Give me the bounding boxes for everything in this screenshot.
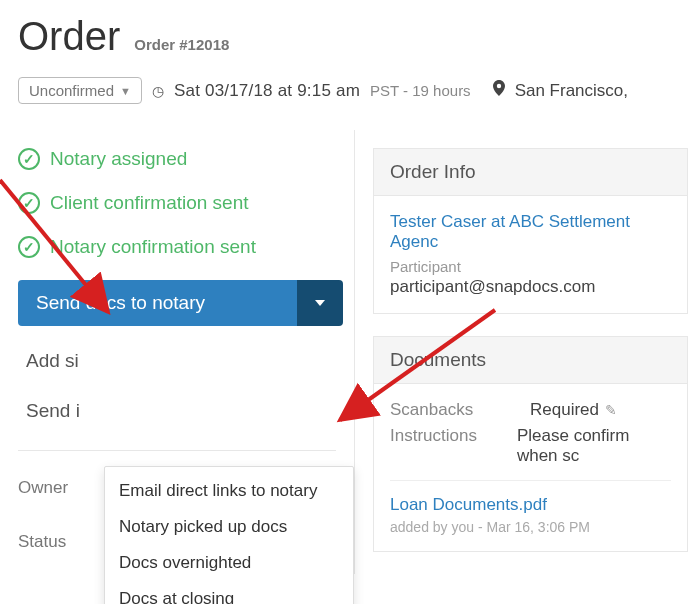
chevron-down-icon: [315, 300, 325, 306]
page-title: Order: [18, 14, 120, 59]
scanbacks-value: Required: [530, 400, 599, 420]
owner-label: Owner: [18, 478, 88, 498]
documents-header: Documents: [374, 337, 687, 384]
progress-step-notary-confirmation: ✓ Notary confirmation sent: [18, 236, 354, 258]
dropdown-item-email-links[interactable]: Email direct links to notary: [105, 473, 353, 509]
status-pill-label: Unconfirmed: [29, 82, 114, 99]
clock-icon: ◷: [152, 83, 164, 99]
send-invite-action[interactable]: Send i: [18, 400, 354, 422]
scanbacks-label: Scanbacks: [390, 400, 490, 420]
send-docs-main[interactable]: Send docs to notary: [18, 280, 297, 326]
instructions-value: Please confirm when sc: [517, 426, 671, 466]
check-circle-icon: ✓: [18, 236, 40, 258]
order-number: Order #12018: [134, 36, 229, 53]
add-signer-action[interactable]: Add si: [18, 350, 354, 372]
dropdown-item-docs-overnighted[interactable]: Docs overnighted: [105, 545, 353, 581]
document-file-meta: added by you - Mar 16, 3:06 PM: [390, 519, 671, 535]
send-docs-button[interactable]: Send docs to notary: [18, 280, 343, 326]
progress-step-label: Notary assigned: [50, 148, 187, 170]
pencil-icon[interactable]: ✎: [605, 402, 617, 418]
send-docs-label: Send docs to notary: [36, 292, 205, 314]
documents-card: Documents Scanbacks Required ✎ Instructi…: [373, 336, 688, 552]
status-label: Status: [18, 532, 88, 552]
check-circle-icon: ✓: [18, 192, 40, 214]
order-location: San Francisco,: [515, 81, 628, 101]
location-pin-icon: [493, 80, 505, 101]
progress-step-label: Client confirmation sent: [50, 192, 249, 214]
timezone-relative: PST - 19 hours: [370, 82, 471, 99]
progress-step-label: Notary confirmation sent: [50, 236, 256, 258]
participant-label: Participant: [390, 258, 671, 275]
dropdown-item-docs-at-closing[interactable]: Docs at closing: [105, 581, 353, 604]
status-pill[interactable]: Unconfirmed ▼: [18, 77, 142, 104]
divider: [18, 450, 336, 451]
send-docs-caret[interactable]: [297, 280, 343, 326]
document-file-link[interactable]: Loan Documents.pdf: [390, 495, 671, 515]
send-docs-dropdown[interactable]: Email direct links to notary Notary pick…: [104, 466, 354, 604]
dropdown-item-notary-picked-up[interactable]: Notary picked up docs: [105, 509, 353, 545]
instructions-label: Instructions: [390, 426, 477, 466]
chevron-down-icon: ▼: [120, 85, 131, 97]
participant-email: participant@snapdocs.com: [390, 277, 671, 297]
client-link[interactable]: Tester Caser at ABC Settlement Agenc: [390, 212, 671, 252]
progress-step-notary-assigned: ✓ Notary assigned: [18, 148, 354, 170]
order-info-card: Order Info Tester Caser at ABC Settlemen…: [373, 148, 688, 314]
order-datetime: Sat 03/17/18 at 9:15 am: [174, 81, 360, 101]
progress-step-client-confirmation: ✓ Client confirmation sent: [18, 192, 354, 214]
check-circle-icon: ✓: [18, 148, 40, 170]
order-info-header: Order Info: [374, 149, 687, 196]
